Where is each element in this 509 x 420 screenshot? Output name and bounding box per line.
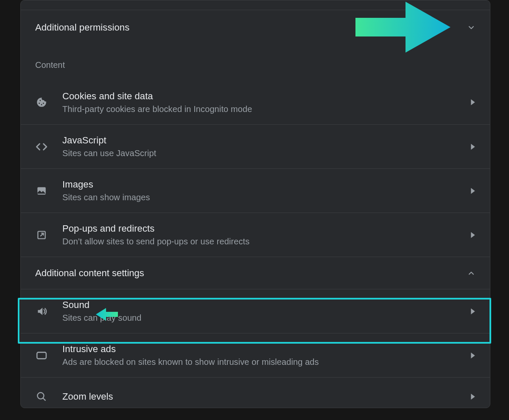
content-header: Content — [21, 45, 490, 80]
content-item-intrusive-ads[interactable]: Intrusive ads Ads are blocked on sites k… — [21, 333, 490, 377]
content-item-images[interactable]: Images Sites can show images — [21, 168, 490, 213]
content-item-popups[interactable]: Pop-ups and redirects Don't allow sites … — [21, 213, 490, 257]
additional-content-settings-row[interactable]: Additional content settings — [21, 257, 490, 289]
chevron-right-icon — [470, 232, 475, 238]
settings-panel: Additional permissions Content Cookies a… — [20, 0, 490, 408]
svg-rect-2 — [37, 352, 46, 358]
content-item-javascript[interactable]: JavaScript Sites can use JavaScript — [21, 124, 490, 168]
content-item-title: Intrusive ads — [62, 344, 319, 355]
additional-content-settings-label: Additional content settings — [35, 268, 144, 279]
chevron-right-icon — [470, 353, 475, 358]
content-item-subtitle: Don't allow sites to send pop-ups or use… — [62, 237, 249, 246]
cookie-icon — [35, 97, 48, 108]
content-item-title: Zoom levels — [62, 391, 113, 402]
chevron-right-icon — [470, 99, 475, 105]
open-in-new-icon — [35, 230, 48, 241]
content-item-cookies[interactable]: Cookies and site data Third-party cookie… — [21, 80, 490, 124]
content-item-title: Images — [62, 179, 150, 190]
svg-line-4 — [43, 398, 45, 400]
code-icon — [35, 143, 48, 151]
content-item-title: JavaScript — [62, 135, 156, 146]
chevron-right-icon — [470, 188, 475, 194]
additional-permissions-row[interactable]: Additional permissions — [21, 10, 490, 45]
content-item-title: Sound — [62, 300, 142, 311]
chevron-right-icon — [470, 394, 475, 400]
content-item-subtitle: Sites can show images — [62, 193, 150, 202]
content-item-subtitle: Sites can use JavaScript — [62, 148, 156, 158]
search-icon — [35, 391, 48, 402]
content-item-sound[interactable]: Sound Sites can play sound — [21, 289, 490, 333]
volume-icon — [35, 306, 48, 317]
chevron-down-icon — [467, 23, 475, 32]
image-icon — [35, 185, 48, 196]
chevron-right-icon — [470, 308, 475, 314]
content-item-subtitle: Ads are blocked on sites known to show i… — [62, 357, 319, 367]
content-item-title: Pop-ups and redirects — [62, 223, 249, 234]
chevron-up-icon — [467, 269, 475, 277]
content-item-subtitle: Third-party cookies are blocked in Incog… — [62, 104, 252, 114]
chevron-right-icon — [470, 144, 475, 150]
content-item-zoom-levels[interactable]: Zoom levels — [21, 377, 490, 408]
content-item-subtitle: Sites can play sound — [62, 313, 142, 323]
additional-permissions-label: Additional permissions — [35, 22, 129, 33]
content-item-title: Cookies and site data — [62, 91, 252, 102]
rectangle-icon — [35, 351, 48, 360]
